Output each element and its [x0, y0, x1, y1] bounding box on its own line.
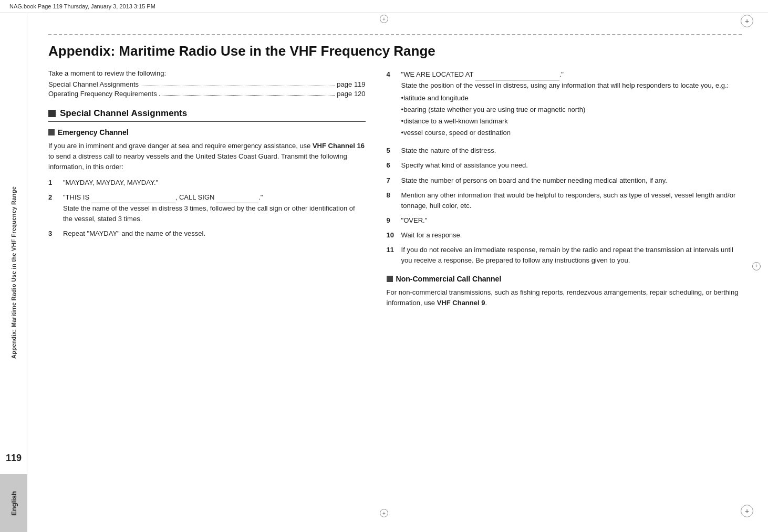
step-10-num: 10	[387, 230, 401, 241]
section1-header: Special Channel Assignments	[48, 108, 366, 122]
dashed-separator	[48, 34, 742, 35]
bullet-1: latitude and longitude	[401, 93, 742, 103]
step-10: 10 Wait for a response.	[387, 230, 742, 241]
toc-dots-2	[159, 90, 335, 96]
step-9: 9 "OVER."	[387, 215, 742, 226]
step-5-text: State the nature of the distress.	[401, 145, 742, 156]
step-1-num: 1	[48, 178, 63, 188]
location-bullets: latitude and longitude bearing (state wh…	[401, 93, 742, 139]
step-5-num: 5	[387, 145, 401, 156]
step-11-text: If you do not receive an immediate respo…	[401, 245, 742, 266]
section1-icon	[48, 110, 56, 117]
emergency-icon	[48, 129, 55, 135]
bullet-2: bearing (state whether you are using tru…	[401, 105, 742, 115]
right-steps: 4 "WE ARE LOCATED AT ." State the positi…	[387, 69, 742, 266]
step-10-text: Wait for a response.	[401, 230, 742, 241]
step-2: 2 "THIS IS , CALL SIGN ." State the name…	[48, 192, 366, 224]
non-commercial-header: Non-Commercial Call Channel	[387, 275, 742, 283]
non-commercial-body: For non-commercial transmissions, such a…	[387, 287, 742, 308]
bullet-4: vessel course, speed or destination	[401, 128, 742, 138]
step-2-text: "THIS IS , CALL SIGN ." State the name o…	[63, 192, 366, 224]
sidebar-rotated-label: Appendix: Maritime Radio Use in the VHF …	[11, 186, 17, 359]
step-7: 7 State the number of persons on board a…	[387, 175, 742, 186]
step-6-text: Specify what kind of assistance you need…	[401, 160, 742, 171]
step-1-text: "MAYDAY, MAYDAY, MAYDAY."	[63, 178, 366, 188]
step-11: 11 If you do not receive an immediate re…	[387, 245, 742, 266]
step-8: 8 Mention any other information that wou…	[387, 190, 742, 211]
step-2-num: 2	[48, 192, 63, 224]
step-9-text: "OVER."	[401, 215, 742, 226]
english-tab-label: English	[9, 491, 17, 516]
top-bar-label: NAG.book Page 119 Thursday, January 3, 2…	[9, 3, 155, 9]
toc-item-1: Special Channel Assignments page 119	[48, 80, 366, 88]
right-column: 4 "WE ARE LOCATED AT ." State the positi…	[381, 69, 742, 517]
blank-location	[475, 69, 559, 80]
emergency-header: Emergency Channel	[48, 128, 366, 137]
sidebar: Appendix: Maritime Radio Use in the VHF …	[0, 13, 27, 532]
step-9-num: 9	[387, 215, 401, 226]
step-3-text: Repeat "MAYDAY" and the name of the vess…	[63, 228, 366, 239]
step-6: 6 Specify what kind of assistance you ne…	[387, 160, 742, 171]
content-area: Appendix: Maritime Radio Use in the VHF …	[0, 13, 768, 532]
step-7-text: State the number of persons on board and…	[401, 175, 742, 186]
step-7-num: 7	[387, 175, 401, 186]
step-8-num: 8	[387, 190, 401, 211]
page-number: 119	[0, 453, 27, 464]
step-11-num: 11	[387, 245, 401, 266]
toc-dots-1	[141, 80, 335, 86]
non-commercial-title: Non-Commercial Call Channel	[396, 275, 502, 283]
english-tab: English	[0, 474, 27, 532]
section1-title: Special Channel Assignments	[60, 108, 187, 119]
step-5: 5 State the nature of the distress.	[387, 145, 742, 156]
non-commercial-icon	[387, 276, 393, 282]
bullet-3: distance to a well-known landmark	[401, 116, 742, 127]
main-title: Appendix: Maritime Radio Use in the VHF …	[48, 43, 742, 60]
step-4-text: "WE ARE LOCATED AT ." State the position…	[401, 69, 742, 142]
toc-item-2: Operating Frequency Requirements page 12…	[48, 90, 366, 98]
page: NAG.book Page 119 Thursday, January 3, 2…	[0, 0, 768, 532]
step-4-num: 4	[387, 69, 401, 142]
blank-vessel-name	[91, 192, 175, 203]
left-column: Take a moment to review the following: S…	[48, 69, 381, 517]
step-4: 4 "WE ARE LOCATED AT ." State the positi…	[387, 69, 742, 142]
toc-label-1: Special Channel Assignments	[48, 80, 139, 88]
toc-page-2: page 120	[337, 90, 365, 98]
step-3: 3 Repeat "MAYDAY" and the name of the ve…	[48, 228, 366, 239]
two-col-layout: Take a moment to review the following: S…	[48, 69, 742, 517]
emergency-body: If you are in imminent and grave danger …	[48, 141, 366, 172]
toc-page-1: page 119	[337, 80, 365, 88]
intro-text: Take a moment to review the following:	[48, 69, 366, 77]
main-content: Appendix: Maritime Radio Use in the VHF …	[27, 13, 768, 532]
toc-label-2: Operating Frequency Requirements	[48, 90, 157, 98]
step-3-num: 3	[48, 228, 63, 239]
emergency-steps: 1 "MAYDAY, MAYDAY, MAYDAY." 2 "THIS IS ,…	[48, 178, 366, 239]
step-6-num: 6	[387, 160, 401, 171]
top-bar: NAG.book Page 119 Thursday, January 3, 2…	[0, 0, 768, 13]
blank-call-sign	[216, 192, 258, 203]
step-1: 1 "MAYDAY, MAYDAY, MAYDAY."	[48, 178, 366, 188]
toc: Special Channel Assignments page 119 Ope…	[48, 80, 366, 98]
step-8-text: Mention any other information that would…	[401, 190, 742, 211]
emergency-title: Emergency Channel	[58, 128, 129, 137]
